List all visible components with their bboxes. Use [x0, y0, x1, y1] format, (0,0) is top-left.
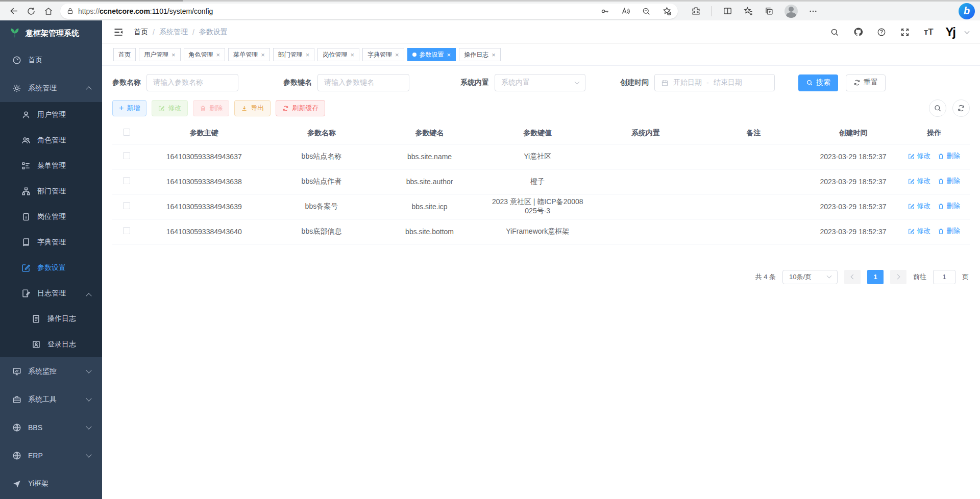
- row-edit-link[interactable]: 修改: [908, 227, 930, 236]
- page-number-1[interactable]: 1: [867, 270, 884, 284]
- cell-remark: [700, 219, 808, 244]
- sidebar-item-dictionary[interactable]: 字典管理: [0, 230, 102, 255]
- sidebar-item-operation-log[interactable]: 操作日志: [0, 306, 102, 332]
- sidebar-item-home[interactable]: 首页: [0, 46, 102, 74]
- date-range-picker[interactable]: 开始日期 - 结束日期: [654, 74, 775, 91]
- zoom-out-icon[interactable]: [642, 7, 651, 16]
- tab-operation-log[interactable]: 操作日志×: [459, 48, 501, 61]
- more-menu-icon[interactable]: [808, 7, 818, 16]
- builtin-select[interactable]: 系统内置: [495, 74, 585, 91]
- sidebar-item-label: Yi框架: [28, 479, 48, 488]
- row-checkbox[interactable]: [123, 177, 130, 184]
- table-search-toggle-button[interactable]: [929, 99, 946, 117]
- row-edit-link[interactable]: 修改: [908, 152, 930, 161]
- sidebar-toggle-icon[interactable]: [113, 27, 124, 37]
- close-icon[interactable]: ×: [492, 52, 496, 58]
- tab-roles[interactable]: 角色管理×: [184, 48, 226, 61]
- header-github-button[interactable]: [851, 26, 865, 39]
- browser-refresh-button[interactable]: [22, 4, 40, 19]
- favorite-add-icon[interactable]: [662, 6, 672, 16]
- sidebar-item-label: 日志管理: [37, 289, 66, 298]
- tab-config-active[interactable]: 参数设置×: [407, 48, 456, 61]
- sidebar-item-roles[interactable]: 角色管理: [0, 128, 102, 153]
- close-icon[interactable]: ×: [216, 52, 220, 58]
- search-button[interactable]: 搜索: [798, 74, 838, 91]
- profile-avatar[interactable]: [785, 5, 798, 18]
- row-delete-link[interactable]: 删除: [938, 227, 960, 236]
- sidebar-item-monitor[interactable]: 系统监控: [0, 357, 102, 385]
- sidebar-item-yiframework[interactable]: Yi框架: [0, 469, 102, 497]
- sidebar-item-users[interactable]: 用户管理: [0, 102, 102, 128]
- sidebar-item-system[interactable]: 系统管理: [0, 74, 102, 102]
- param-name-input[interactable]: 请输入参数名称: [146, 74, 238, 91]
- refresh-cache-button[interactable]: 刷新缓存: [276, 100, 325, 116]
- browser-back-button[interactable]: [5, 4, 22, 19]
- col-remark: 备注: [700, 122, 808, 144]
- sidebar-item-menus[interactable]: 菜单管理: [0, 153, 102, 179]
- user-logo-avatar[interactable]: Yj: [945, 25, 955, 39]
- edit-button[interactable]: 修改: [152, 100, 188, 116]
- page-size-select[interactable]: 10条/页: [782, 270, 838, 284]
- row-checkbox[interactable]: [123, 152, 130, 159]
- sidebar-item-login-log[interactable]: 登录日志: [0, 332, 102, 357]
- sidebar-item-erp[interactable]: ERP: [0, 441, 102, 469]
- select-all-checkbox[interactable]: [123, 129, 130, 136]
- tab-users[interactable]: 用户管理×: [139, 48, 181, 61]
- header-fullscreen-button[interactable]: [898, 26, 912, 39]
- sidebar-item-departments[interactable]: 部门管理: [0, 179, 102, 204]
- row-edit-link[interactable]: 修改: [908, 177, 930, 186]
- export-button[interactable]: 导出: [234, 100, 271, 116]
- chevron-down-icon[interactable]: [965, 29, 970, 34]
- monitor-icon: [12, 367, 21, 376]
- tab-home[interactable]: 首页: [113, 48, 136, 61]
- prev-page-button[interactable]: [844, 270, 861, 284]
- sidebar-item-logs[interactable]: 日志管理: [0, 281, 102, 306]
- cell-key: bbs.site.name: [376, 144, 484, 169]
- sidebar-item-label: 字典管理: [37, 238, 66, 247]
- row-checkbox[interactable]: [123, 202, 130, 209]
- tab-dictionary[interactable]: 字典管理×: [362, 48, 404, 61]
- table-row: 1641030593384943638 bbs站点作者 bbs.site.aut…: [112, 169, 970, 194]
- table-refresh-button[interactable]: [952, 99, 970, 117]
- header-help-button[interactable]: [875, 26, 888, 39]
- row-delete-link[interactable]: 删除: [938, 202, 960, 211]
- goto-page-input[interactable]: [933, 270, 955, 284]
- breadcrumb-system[interactable]: 系统管理: [159, 28, 188, 37]
- close-icon[interactable]: ×: [261, 52, 265, 58]
- split-screen-icon[interactable]: [723, 6, 732, 16]
- close-icon[interactable]: ×: [350, 52, 354, 58]
- password-key-icon[interactable]: [600, 7, 609, 16]
- extensions-icon[interactable]: [691, 6, 701, 16]
- header-fontsize-button[interactable]: ᴛT: [922, 26, 935, 39]
- tab-menus[interactable]: 菜单管理×: [228, 48, 270, 61]
- next-page-button[interactable]: [890, 270, 906, 284]
- delete-button[interactable]: 删除: [193, 100, 229, 116]
- row-edit-link[interactable]: 修改: [908, 202, 930, 211]
- close-icon[interactable]: ×: [395, 52, 399, 58]
- sidebar-item-posts[interactable]: 岗位管理: [0, 204, 102, 230]
- row-delete-link[interactable]: 删除: [938, 152, 960, 161]
- tab-departments[interactable]: 部门管理×: [273, 48, 315, 61]
- favorites-bar-icon[interactable]: [743, 6, 753, 16]
- cell-key: bbs.site.bottom: [376, 219, 484, 244]
- row-delete-link[interactable]: 删除: [938, 177, 960, 186]
- close-icon[interactable]: ×: [172, 52, 176, 58]
- collections-icon[interactable]: [764, 6, 774, 16]
- browser-home-button[interactable]: [40, 4, 57, 19]
- badge-icon: [21, 212, 31, 221]
- add-button[interactable]: +新增: [112, 100, 146, 116]
- read-aloud-icon[interactable]: [621, 7, 630, 16]
- close-icon[interactable]: ×: [447, 52, 451, 58]
- header-search-button[interactable]: [828, 26, 841, 39]
- sidebar-item-bbs[interactable]: BBS: [0, 413, 102, 441]
- row-checkbox[interactable]: [123, 227, 130, 234]
- tab-posts[interactable]: 岗位管理×: [317, 48, 359, 61]
- bing-copilot-icon[interactable]: b: [959, 3, 975, 19]
- address-bar[interactable]: https://ccnetcore.com:1101/system/config: [60, 4, 678, 19]
- sidebar-item-config[interactable]: 参数设置: [0, 255, 102, 281]
- sidebar-item-tools[interactable]: 系统工具: [0, 385, 102, 413]
- close-icon[interactable]: ×: [306, 52, 310, 58]
- reset-button[interactable]: 重置: [846, 74, 886, 91]
- breadcrumb-home[interactable]: 首页: [134, 28, 148, 37]
- param-key-input[interactable]: 请输入参数键名: [317, 74, 409, 91]
